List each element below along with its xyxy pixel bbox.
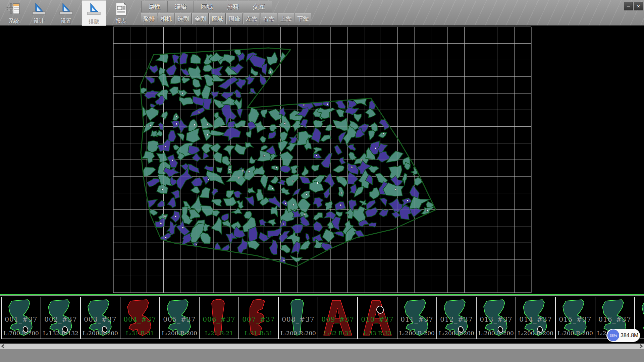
piece-lr-count-label: L:200 R:200 xyxy=(437,330,476,337)
tool-button-1[interactable]: 聚排 xyxy=(141,13,157,24)
sidebar-item-label: 设计 xyxy=(27,18,51,25)
design-ruler-icon xyxy=(31,11,47,17)
piece-id-label: 015_#37 xyxy=(556,315,595,323)
scroll-left-arrow-icon[interactable] xyxy=(0,344,6,349)
piece-id-label: 013_#37 xyxy=(477,315,516,323)
sidebar-item-label: 系统 xyxy=(2,18,26,25)
menu-item-2[interactable]: 编辑 xyxy=(167,1,194,12)
piece-id-label: 004_#37 xyxy=(120,315,159,323)
sidebar-item-layout[interactable]: 排版 xyxy=(82,0,106,26)
piece-lr-count-label: L:33 R:33 xyxy=(358,330,397,337)
piece-thumbnail-004_#37[interactable]: 004_#37L:31 R:31 xyxy=(120,297,159,339)
piece-lr-count-label: L:200 R:200 xyxy=(477,330,516,337)
sidebar-item-label: 设置 xyxy=(54,18,78,25)
nesting-canvas[interactable] xyxy=(0,26,644,294)
close-button[interactable]: ✕ xyxy=(634,2,643,10)
menu-item-4[interactable]: 排料 xyxy=(220,1,246,12)
sidebar-item-settings[interactable]: 设置 xyxy=(54,0,78,25)
piece-id-label: 007_#37 xyxy=(239,315,278,323)
piece-lr-count-label: L:200 R:200 xyxy=(160,330,199,337)
tool-button-3[interactable]: 选割 xyxy=(175,13,192,24)
memory-usage-label: 384.8M xyxy=(621,329,638,342)
piece-lr-count-label: L:200 R:200 xyxy=(81,330,120,337)
piece-thumbnail-014_#37[interactable]: 014_#37L:200 R:200 xyxy=(516,297,555,339)
tool-bar: 聚排相机选割全割区域瑕疵左靠右靠上靠下靠 xyxy=(141,13,311,24)
piece-lr-count-label: L:32 R:31 xyxy=(318,330,357,337)
piece-thumbnail-008_#37[interactable]: 008_#37L:200 R:200 xyxy=(278,297,318,339)
tool-button-2[interactable]: 相机 xyxy=(158,13,174,24)
piece-id-label: 016_#37 xyxy=(595,315,634,323)
piece-id-label: 009_#37 xyxy=(318,315,357,323)
piece-thumbnail-002_#37[interactable]: 002_#37L:132 R:132 xyxy=(41,297,80,339)
piece-thumbnail-012_#37[interactable]: 012_#37L:200 R:200 xyxy=(436,297,476,339)
piece-thumbnail-007_#37[interactable]: 007_#37L:31 R:31 xyxy=(238,297,278,339)
piece-lr-count-label: L:31 R:31 xyxy=(120,330,159,337)
piece-id-label: 0 xyxy=(635,315,644,323)
piece-lr-count-label: L:132 R:132 xyxy=(41,330,80,337)
piece-id-label: 001_#37 xyxy=(2,315,41,323)
utilization-percent-badge: 38% xyxy=(607,329,619,341)
piece-id-label: 006_#37 xyxy=(200,315,238,323)
sidebar-item-system[interactable]: 系统 xyxy=(2,0,26,25)
tool-button-10[interactable]: 下靠 xyxy=(295,13,311,24)
status-badge: 38% 384.8M xyxy=(606,329,640,342)
piece-lr-count-label: L:200 R:200 xyxy=(397,330,436,337)
scroll-right-arrow-icon[interactable] xyxy=(638,344,644,349)
tool-button-6[interactable]: 瑕疵 xyxy=(226,13,243,24)
sidebar-item-design[interactable]: 设计 xyxy=(27,0,51,25)
piece-thumbnail-015_#37[interactable]: 015_#37L:200 R:200 xyxy=(555,297,595,339)
piece-lr-count-label: L:200 R:200 xyxy=(279,330,318,337)
piece-lr-count-label: L:200 R:200 xyxy=(556,330,595,337)
piece-lr-count-label: L:700 R:700 xyxy=(2,330,41,337)
sidebar-item-label: 报表 xyxy=(109,18,133,25)
piece-id-label: 014_#37 xyxy=(516,315,555,323)
menu-bar: 属性编辑区域排料交互 xyxy=(141,1,272,12)
menu-item-5[interactable]: 交互 xyxy=(246,1,272,12)
horizontal-scrollbar[interactable] xyxy=(0,344,644,349)
tool-button-5[interactable]: 区域 xyxy=(209,13,226,24)
tool-button-8[interactable]: 右靠 xyxy=(261,13,277,24)
sidebar-item-report[interactable]: 报表 xyxy=(109,0,133,25)
piece-thumbnail-013_#37[interactable]: 013_#37L:200 R:200 xyxy=(476,297,516,339)
settings-ruler-icon xyxy=(58,11,74,17)
piece-thumbnail-001_#37[interactable]: 001_#37L:700 R:700 xyxy=(1,297,41,339)
piece-thumbnail-010_#37[interactable]: 010_#37L:33 R:33 xyxy=(357,297,397,339)
piece-id-label: 012_#37 xyxy=(437,315,476,323)
system-gear-icon xyxy=(6,11,22,17)
piece-lr-count-label: L:31 R:31 xyxy=(239,330,278,337)
piece-thumbnail-009_#37[interactable]: 009_#37L:32 R:31 xyxy=(318,297,357,339)
piece-id-label: 008_#37 xyxy=(279,315,318,323)
piece-thumbnail-006_#37[interactable]: 006_#37L:21 R:21 xyxy=(199,297,238,339)
piece-id-label: 005_#37 xyxy=(160,315,199,323)
toolbar: 系统 设计 设置 排版 xyxy=(0,0,644,26)
piece-id-label: 003_#37 xyxy=(81,315,120,323)
piece-id-label: 002_#37 xyxy=(41,315,80,323)
piece-thumbnail-011_#37[interactable]: 011_#37L:200 R:200 xyxy=(397,297,436,339)
piece-id-label: 011_#37 xyxy=(397,315,436,323)
hide-layout-drawing xyxy=(0,26,644,294)
menu-item-1[interactable]: 属性 xyxy=(141,1,167,12)
tool-button-7[interactable]: 左靠 xyxy=(244,13,260,24)
thumbnail-strip: 001_#37L:700 R:700002_#37L:132 R:132003_… xyxy=(0,296,644,344)
piece-lr-count-label: L:200 R:200 xyxy=(516,330,555,337)
menu-item-3[interactable]: 区域 xyxy=(194,1,220,12)
minimize-button[interactable]: – xyxy=(624,2,633,10)
piece-thumbnail-005_#37[interactable]: 005_#37L:200 R:200 xyxy=(159,297,199,339)
layout-ruler-icon xyxy=(86,11,102,17)
report-document-icon xyxy=(113,11,129,17)
tool-button-9[interactable]: 上靠 xyxy=(278,13,294,24)
sidebar-item-label: 排版 xyxy=(82,18,106,25)
tool-button-4[interactable]: 全割 xyxy=(192,13,209,24)
piece-id-label: 010_#37 xyxy=(358,315,397,323)
status-bar xyxy=(0,349,644,362)
piece-lr-count-label: L:21 R:21 xyxy=(200,330,238,337)
strip-separator-line xyxy=(0,294,644,295)
piece-thumbnail-003_#37[interactable]: 003_#37L:200 R:200 xyxy=(80,297,120,339)
